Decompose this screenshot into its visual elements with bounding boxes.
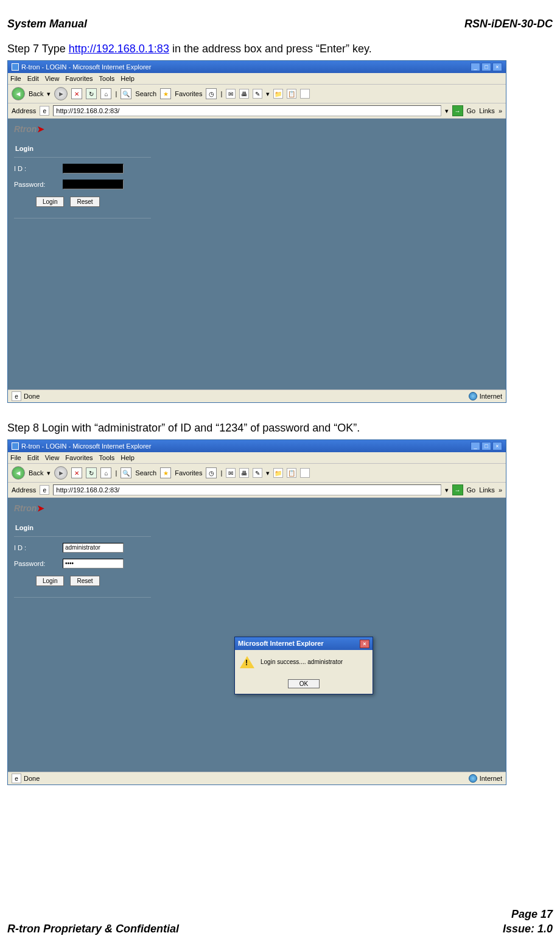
- close-button[interactable]: ×: [492, 442, 502, 450]
- ie-titlebar-2: R-tron - LOGIN - Microsoft Internet Expl…: [8, 440, 506, 452]
- refresh-button[interactable]: ↻: [86, 467, 97, 478]
- done-icon: e: [12, 391, 21, 401]
- menu-help[interactable]: Help: [121, 453, 135, 462]
- internet-zone-icon: [469, 774, 477, 783]
- menu-file[interactable]: File: [10, 74, 21, 83]
- footer-left: R-tron Proprietary & Confidential: [7, 922, 179, 936]
- stop-button[interactable]: ✕: [71, 467, 82, 478]
- address-input[interactable]: [53, 484, 441, 495]
- messagebox-ok-button[interactable]: OK: [288, 679, 320, 688]
- menu-favorites[interactable]: Favorites: [65, 453, 93, 462]
- internet-zone-icon: [469, 392, 477, 400]
- login-box: Login I D : Password: Login Reset: [14, 142, 151, 218]
- step8-line: Step 8 Login with “administrator” of ID …: [7, 421, 553, 435]
- password-input[interactable]: [63, 180, 124, 189]
- minimize-button[interactable]: _: [471, 63, 480, 71]
- menu-help[interactable]: Help: [121, 74, 135, 83]
- history-icon[interactable]: ◷: [206, 88, 217, 99]
- step7-url-link[interactable]: http://192.168.0.1:83: [69, 43, 169, 55]
- login-box-2: Login I D : Password: Login Reset: [14, 521, 151, 597]
- menu-favorites[interactable]: Favorites: [65, 74, 93, 83]
- id-input[interactable]: [63, 543, 124, 553]
- notes-icon[interactable]: 📋: [287, 468, 296, 478]
- step7-prefix: Step 7 Type: [7, 43, 69, 55]
- status-left: Done: [24, 774, 40, 783]
- go-button[interactable]: →: [452, 484, 463, 495]
- menu-tools[interactable]: Tools: [99, 453, 115, 462]
- close-button[interactable]: ×: [492, 63, 502, 71]
- home-button[interactable]: ⌂: [100, 88, 111, 99]
- notes-icon[interactable]: 📋: [287, 89, 296, 99]
- go-button[interactable]: →: [452, 105, 463, 116]
- screenshot-1: R-tron - LOGIN - Microsoft Internet Expl…: [7, 60, 506, 404]
- stop-button[interactable]: ✕: [71, 88, 82, 99]
- minimize-button[interactable]: _: [471, 442, 480, 450]
- menu-file[interactable]: File: [10, 453, 21, 462]
- address-input[interactable]: [53, 105, 441, 116]
- screenshot-2: R-tron - LOGIN - Microsoft Internet Expl…: [7, 439, 506, 786]
- history-icon[interactable]: ◷: [206, 467, 217, 478]
- id-label: I D :: [14, 164, 63, 173]
- folder-icon[interactable]: 📁: [273, 89, 283, 99]
- ie-menubar-2: File Edit View Favorites Tools Help: [8, 452, 506, 464]
- login-button[interactable]: Login: [36, 576, 64, 586]
- favorites-icon[interactable]: ★: [160, 467, 171, 478]
- ie-title-2: R-tron - LOGIN - Microsoft Internet Expl…: [21, 442, 151, 450]
- favorites-label[interactable]: Favorites: [175, 89, 202, 98]
- password-input[interactable]: [63, 559, 124, 568]
- ie-menubar: File Edit View Favorites Tools Help: [8, 73, 506, 85]
- forward-button[interactable]: ►: [54, 87, 68, 100]
- login-separator: [14, 218, 151, 218]
- messagebox-close-button[interactable]: ×: [360, 640, 369, 648]
- go-label[interactable]: Go: [467, 107, 476, 115]
- edit-icon[interactable]: ✎: [253, 468, 262, 478]
- print-icon[interactable]: 🖶: [239, 468, 249, 478]
- search-label[interactable]: Search: [135, 89, 156, 98]
- back-button[interactable]: ◄: [12, 466, 25, 480]
- search-icon[interactable]: 🔍: [121, 467, 131, 478]
- go-label[interactable]: Go: [467, 486, 476, 494]
- header-left: System Manual: [7, 17, 87, 31]
- search-icon[interactable]: 🔍: [121, 88, 131, 99]
- search-label[interactable]: Search: [135, 469, 156, 477]
- menu-edit[interactable]: Edit: [27, 453, 39, 462]
- reset-button[interactable]: Reset: [70, 576, 99, 586]
- home-button[interactable]: ⌂: [100, 467, 111, 478]
- folder-icon[interactable]: 📁: [273, 468, 283, 478]
- favorites-label[interactable]: Favorites: [175, 469, 202, 477]
- rtron-logo: Rtron➤: [14, 503, 44, 514]
- back-label[interactable]: Back: [29, 469, 43, 477]
- menu-view[interactable]: View: [45, 74, 60, 83]
- msn-icon[interactable]: [300, 468, 310, 478]
- mail-icon[interactable]: ✉: [226, 89, 236, 99]
- menu-view[interactable]: View: [45, 453, 60, 462]
- reset-button[interactable]: Reset: [70, 197, 99, 207]
- links-label[interactable]: Links: [479, 107, 495, 115]
- menu-edit[interactable]: Edit: [27, 74, 39, 83]
- back-button[interactable]: ◄: [12, 87, 25, 100]
- refresh-button[interactable]: ↻: [86, 88, 97, 99]
- maximize-button[interactable]: □: [481, 442, 491, 450]
- maximize-button[interactable]: □: [481, 63, 491, 71]
- menu-tools[interactable]: Tools: [99, 74, 115, 83]
- forward-button[interactable]: ►: [54, 466, 68, 480]
- page-header: System Manual RSN-iDEN-30-DC: [7, 17, 553, 31]
- ie-content-1: Rtron➤ Login I D : Password: Login Reset: [8, 119, 506, 390]
- page-icon: e: [40, 106, 49, 116]
- id-input[interactable]: [63, 164, 124, 173]
- page-footer: R-tron Proprietary & Confidential Page 1…: [7, 907, 553, 936]
- mail-icon[interactable]: ✉: [226, 468, 236, 478]
- footer-page: Page 17: [503, 907, 553, 921]
- ie-app-icon: [12, 63, 19, 71]
- print-icon[interactable]: 🖶: [239, 89, 249, 99]
- login-button[interactable]: Login: [36, 197, 64, 207]
- back-label[interactable]: Back: [29, 89, 43, 98]
- status-right: Internet: [480, 392, 502, 400]
- messagebox-text: Login success.... administrator: [261, 658, 343, 666]
- status-left: Done: [24, 392, 40, 400]
- msn-icon[interactable]: [300, 89, 310, 99]
- favorites-icon[interactable]: ★: [160, 88, 171, 99]
- warning-icon: [240, 656, 254, 668]
- links-label[interactable]: Links: [479, 486, 495, 494]
- edit-icon[interactable]: ✎: [253, 89, 262, 99]
